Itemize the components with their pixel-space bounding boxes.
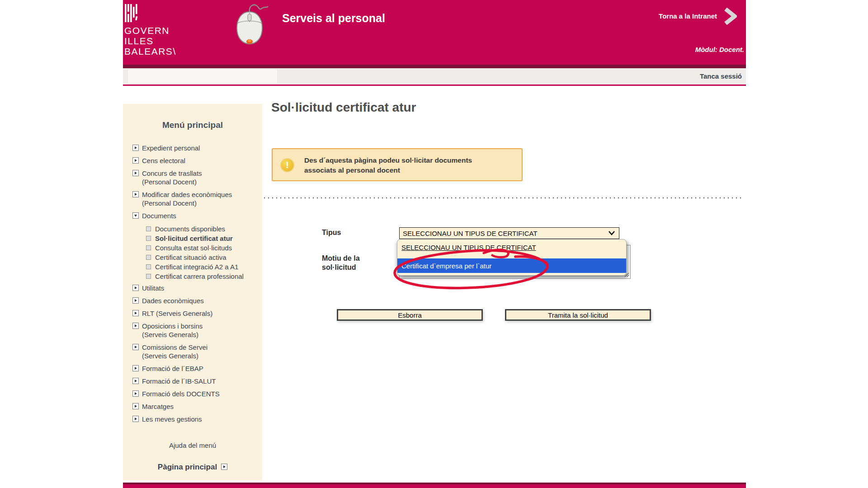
header-bottom-strip <box>123 65 746 68</box>
sidebar-subitem[interactable]: Certificat carrera professional <box>123 272 262 281</box>
triangle-right-icon <box>132 145 139 151</box>
triangle-right-icon <box>132 310 139 316</box>
dotted-separator <box>264 197 744 199</box>
sidebar-item[interactable]: RLT (Serveis Generals) <box>123 309 262 318</box>
motiu-label-line-1: Motiu de la <box>322 254 360 263</box>
submit-button[interactable]: Tramita la sol·licitud <box>505 309 651 321</box>
sidebar-subitem[interactable]: Consulta estat sol·licituds <box>123 243 262 253</box>
sidebar-item[interactable]: Marcatges <box>123 402 262 411</box>
sidebar-item[interactable]: Comissions de Servei(Serveis Generals) <box>123 343 262 360</box>
motiu-label-line-2: sol·licitud <box>322 263 360 272</box>
square-icon <box>146 236 151 241</box>
page: GOVERN ILLES BALEARS\ Serveis al persona… <box>0 0 868 488</box>
triangle-right-icon <box>132 191 139 197</box>
brand-line-1: GOVERN <box>124 25 176 36</box>
accent-divider <box>123 84 746 86</box>
triangle-right-icon <box>221 464 227 470</box>
sidebar-subitem[interactable]: Certificat situació activa <box>123 253 262 262</box>
page-title: Sol·licitud certificat atur <box>271 100 416 115</box>
triangle-right-icon <box>132 365 139 371</box>
triangle-right-icon <box>132 285 139 291</box>
info-notice: ! Des d´aquesta pàgina podeu sol·licitar… <box>272 148 523 181</box>
notice-line-1: Des d´aquesta pàgina podeu sol·licitar d… <box>304 155 472 165</box>
clear-button[interactable]: Esborra <box>337 309 483 321</box>
app-title: Serveis al personal <box>282 12 385 25</box>
sidebar-title: Menú principal <box>123 120 262 130</box>
brand-line-3: BALEARS\ <box>124 46 176 56</box>
motiu-label: Motiu de la sol·licitud <box>322 254 360 272</box>
sidebar-subitem[interactable]: Documents disponibles <box>123 224 262 234</box>
tipus-select[interactable]: SELECCIONAU UN TIPUS DE CERTIFICAT <box>399 227 619 239</box>
notice-line-2: associats al personal docent <box>304 165 472 175</box>
square-icon <box>146 264 151 269</box>
sidebar-item[interactable]: Formació de l´IB-SALUT <box>123 377 262 385</box>
sidebar-item[interactable]: Oposicions i borsins(Serveis Generals) <box>123 322 262 339</box>
sidebar-menu: Expedient personalCens electoralConcurs … <box>123 144 262 423</box>
triangle-right-icon <box>132 344 139 350</box>
dropdown-option-selected[interactable]: Certificat d`empresa per l`atur <box>397 258 626 273</box>
sidebar-item[interactable]: Formació de l´EBAP <box>123 364 262 373</box>
brand-text: GOVERN ILLES BALEARS\ <box>124 25 176 56</box>
dropdown-option-selected-label: Certificat d`empresa per l`atur <box>401 262 491 270</box>
notice-text: Des d´aquesta pàgina podeu sol·licitar d… <box>304 155 472 175</box>
triangle-right-icon <box>132 297 139 304</box>
triangle-right-icon <box>132 403 139 409</box>
module-label: Mòdul: Docent. <box>695 46 744 53</box>
header: GOVERN ILLES BALEARS\ Serveis al persona… <box>123 0 746 65</box>
chevron-down-icon <box>608 231 615 235</box>
sidebar-subitem[interactable]: Certificat integració A2 a A1 <box>123 262 262 272</box>
square-icon <box>146 274 151 279</box>
govern-logo-icon <box>125 4 140 23</box>
tipus-dropdown: SELECCIONAU UN TIPUS DE CERTIFICAT Certi… <box>397 239 627 276</box>
footer-bar <box>123 483 746 488</box>
chevron-right-icon[interactable] <box>723 8 737 25</box>
sidebar-item[interactable]: Les meves gestions <box>123 415 262 423</box>
sidebar-subitem[interactable]: Sol·licitud certificat atur <box>123 234 262 243</box>
sidebar-item[interactable]: Cens electoral <box>123 156 262 165</box>
sidebar-item[interactable]: Utilitats <box>123 284 262 292</box>
triangle-right-icon <box>132 323 139 329</box>
square-icon <box>146 226 151 231</box>
tipus-select-value: SELECCIONAU UN TIPUS DE CERTIFICAT <box>403 230 538 237</box>
brand-line-2: ILLES <box>124 36 176 46</box>
intranet-link[interactable]: Torna a la Intranet <box>659 12 717 20</box>
menu-help-link[interactable]: Ajuda del menú <box>123 441 262 449</box>
triangle-right-icon <box>132 390 139 397</box>
sidebar: Menú principal Expedient personalCens el… <box>123 104 262 480</box>
sidebar-item[interactable]: Formació dels DOCENTS <box>123 389 262 398</box>
logout-link[interactable]: Tanca sessió <box>700 72 742 80</box>
triangle-right-icon <box>132 416 139 422</box>
computer-mouse-icon <box>231 2 269 46</box>
top-bar-panel <box>128 70 277 83</box>
sidebar-item[interactable]: Documents <box>123 211 262 220</box>
dropdown-option-placeholder[interactable]: SELECCIONAU UN TIPUS DE CERTIFICAT <box>401 244 536 251</box>
sidebar-item[interactable]: Concurs de trasllats(Personal Docent) <box>123 169 262 186</box>
triangle-right-icon <box>132 378 139 384</box>
square-icon <box>146 255 151 260</box>
sidebar-submenu: Documents disponiblesSol·licitud certifi… <box>123 224 262 281</box>
sidebar-item[interactable]: Modificar dades econòmiques(Personal Doc… <box>123 190 262 207</box>
home-link[interactable]: Pàgina principal <box>123 463 262 472</box>
home-link-label: Pàgina principal <box>158 463 217 471</box>
top-bar: Tanca sessió <box>123 68 746 84</box>
sidebar-item[interactable]: Dades econòmiques <box>123 296 262 305</box>
sidebar-item[interactable]: Expedient personal <box>123 144 262 152</box>
tipus-label: Tipus <box>322 228 341 237</box>
warning-icon: ! <box>280 158 294 172</box>
square-icon <box>146 245 151 250</box>
triangle-right-icon <box>132 157 139 164</box>
triangle-right-icon <box>132 170 139 176</box>
triangle-down-icon <box>132 212 139 219</box>
